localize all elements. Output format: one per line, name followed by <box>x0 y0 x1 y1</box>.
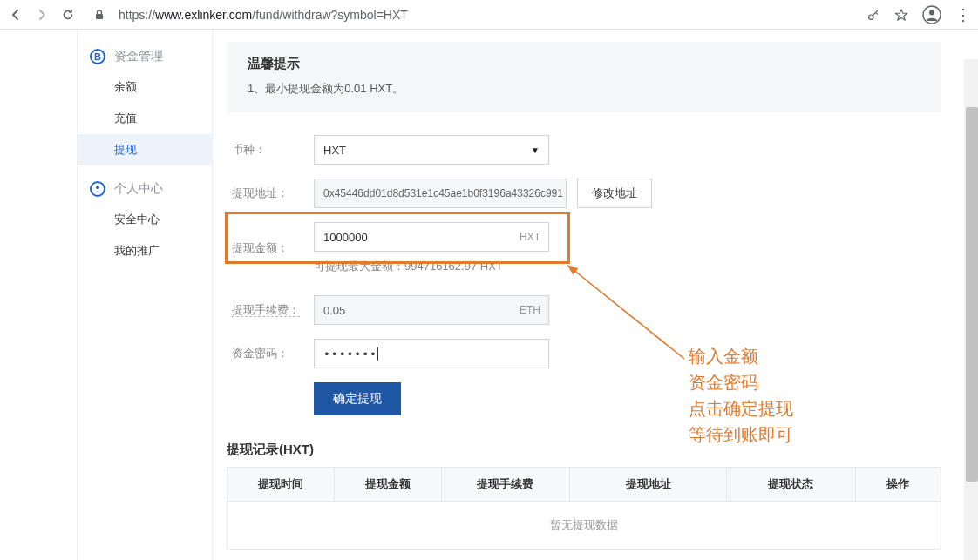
annotation-line-2: 资金密码 <box>689 369 793 395</box>
annotation-line-1: 输入金额 <box>689 343 793 369</box>
svg-rect-0 <box>96 14 103 19</box>
col-action: 操作 <box>855 468 941 502</box>
tip-text: 1、最小提现金额为0.01 HXT。 <box>248 81 920 97</box>
vertical-scrollbar[interactable] <box>964 59 978 560</box>
chevron-down-icon: ▼ <box>531 145 540 155</box>
modify-address-button[interactable]: 修改地址 <box>577 179 652 208</box>
nav-forward-icon[interactable] <box>35 8 49 22</box>
sidebar-item-security[interactable]: 安全中心 <box>78 204 212 235</box>
annotation-text: 输入金额 资金密码 点击确定提现 等待到账即可 <box>689 343 793 448</box>
tip-box: 温馨提示 1、最小提现金额为0.01 HXT。 <box>227 42 941 112</box>
nav-back-icon[interactable] <box>9 8 23 22</box>
confirm-withdraw-button[interactable]: 确定提现 <box>314 382 401 415</box>
amount-input[interactable]: 1000000 <box>314 222 549 252</box>
main-panel: 温馨提示 1、最小提现金额为0.01 HXT。 币种： HXT ▼ 提现地址： … <box>227 30 945 560</box>
sidebar-item-referral[interactable]: 我的推广 <box>78 235 212 267</box>
annotation-line-3: 点击确定提现 <box>689 395 793 422</box>
tip-title: 温馨提示 <box>248 56 920 72</box>
address-bar[interactable]: https://www.exlinker.com/fund/withdraw?s… <box>115 8 408 22</box>
col-time: 提现时间 <box>228 468 335 502</box>
address-display: 0x45446dd01d8d531e1c45ae1b0f3196a43326c9… <box>314 179 567 208</box>
col-amount: 提现金额 <box>334 468 441 502</box>
row-address: 提现地址： 0x45446dd01d8d531e1c45ae1b0f3196a4… <box>227 172 941 215</box>
annotation-line-4: 等待到账即可 <box>689 422 793 448</box>
lock-icon <box>92 8 106 22</box>
sidebar-item-balance[interactable]: 余额 <box>78 71 212 103</box>
star-icon[interactable] <box>894 8 908 22</box>
records-table: 提现时间 提现金额 提现手续费 提现地址 提现状态 操作 <box>227 467 941 502</box>
currency-label: 币种： <box>232 142 314 158</box>
col-status: 提现状态 <box>727 468 855 502</box>
key-icon[interactable] <box>866 8 880 22</box>
amount-label: 提现金额： <box>232 240 314 256</box>
row-amount: 提现金额： 1000000 HXT 可提现最大金额：994716162.97 H… <box>227 215 941 281</box>
pager: 上一页 1 下一页 <box>227 550 941 560</box>
row-password: 资金密码： ••••••• <box>227 332 941 375</box>
nav-reload-icon[interactable] <box>61 8 75 22</box>
sidebar-item-withdraw[interactable]: 提现 <box>78 134 212 165</box>
amount-suffix: HXT <box>520 222 540 252</box>
fee-suffix: ETH <box>520 295 540 325</box>
fee-display: 0.05 <box>314 295 549 325</box>
text-caret <box>377 347 378 361</box>
table-header-row: 提现时间 提现金额 提现手续费 提现地址 提现状态 操作 <box>228 468 941 502</box>
records-section: 提现记录(HXT) 提现时间 提现金额 提现手续费 提现地址 提现状态 操作 暂… <box>227 442 941 560</box>
menu-icon[interactable]: ⋮ <box>955 8 969 22</box>
fee-label: 提现手续费： <box>232 302 314 318</box>
svg-point-3 <box>929 10 934 15</box>
fund-password-input[interactable]: ••••••• <box>314 339 549 368</box>
scrollbar-thumb[interactable] <box>966 107 978 482</box>
row-currency: 币种： HXT ▼ <box>227 128 941 172</box>
user-icon <box>90 181 105 197</box>
currency-select[interactable]: HXT ▼ <box>314 135 549 165</box>
address-label: 提现地址： <box>232 186 314 201</box>
records-title: 提现记录(HXT) <box>227 442 941 458</box>
password-masked: ••••••• <box>323 347 377 361</box>
col-fee: 提现手续费 <box>441 468 569 502</box>
no-data-message: 暂无提现数据 <box>227 502 941 550</box>
amount-hint: 可提现最大金额：994716162.97 HXT <box>314 255 503 274</box>
row-fee: 提现手续费： 0.05 ETH <box>227 288 941 332</box>
svg-point-4 <box>96 186 99 189</box>
url-domain: www.exlinker.com <box>155 8 252 22</box>
browser-toolbar: https://www.exlinker.com/fund/withdraw?s… <box>0 0 978 30</box>
password-label: 资金密码： <box>232 346 314 361</box>
col-address: 提现地址 <box>570 468 727 502</box>
sidebar: B 资金管理 余额 充值 提现 个人中心 安全中心 我的推广 <box>77 30 213 560</box>
url-scheme: https:// <box>119 8 155 22</box>
profile-avatar-icon[interactable] <box>922 5 941 24</box>
sidebar-section-account-label: 个人中心 <box>114 181 163 197</box>
currency-value: HXT <box>323 144 346 157</box>
sidebar-section-funds: B 资金管理 <box>78 42 212 71</box>
sidebar-section-account: 个人中心 <box>78 174 212 204</box>
sidebar-section-funds-label: 资金管理 <box>114 49 163 64</box>
url-path: /fund/withdraw?symbol=HXT <box>252 8 408 22</box>
bitcoin-icon: B <box>90 49 105 64</box>
sidebar-item-deposit[interactable]: 充值 <box>78 103 212 134</box>
